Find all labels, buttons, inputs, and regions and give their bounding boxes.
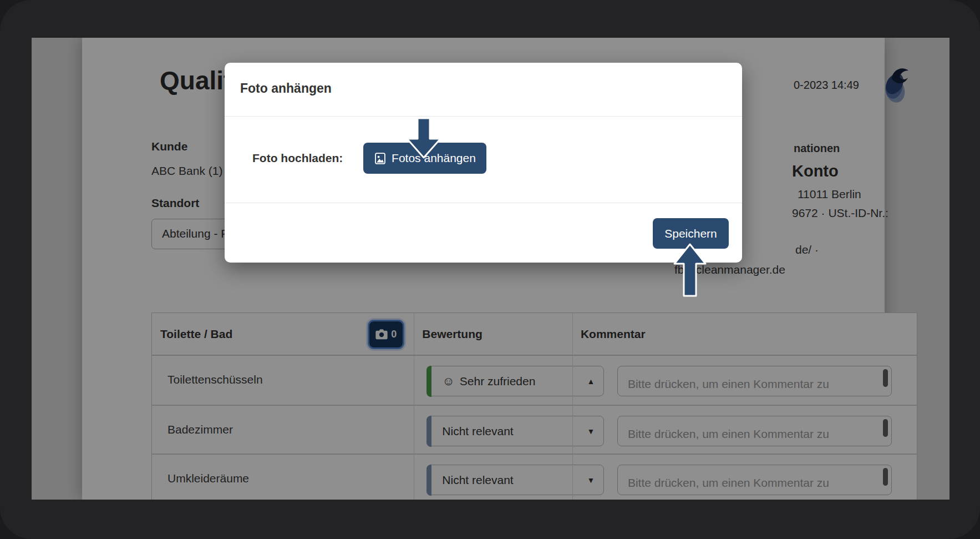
save-button-label: Speichern	[664, 227, 717, 240]
screenshot-frame: Qualitäts 0-2023 14:49 Kunde ABC Bank (1…	[0, 0, 980, 539]
down-arrow-annotation-icon	[403, 117, 445, 161]
photo-attach-modal: Foto anhängen Foto hochladen: Fotos anhä…	[225, 63, 742, 263]
upload-label: Foto hochladen:	[252, 152, 343, 165]
file-image-icon	[374, 152, 387, 165]
modal-header: Foto anhängen	[225, 63, 742, 117]
up-arrow-annotation-icon	[670, 243, 710, 298]
modal-body: Foto hochladen: Fotos anhängen	[225, 117, 742, 203]
modal-footer: Speichern	[225, 203, 742, 263]
modal-title: Foto anhängen	[225, 63, 742, 96]
